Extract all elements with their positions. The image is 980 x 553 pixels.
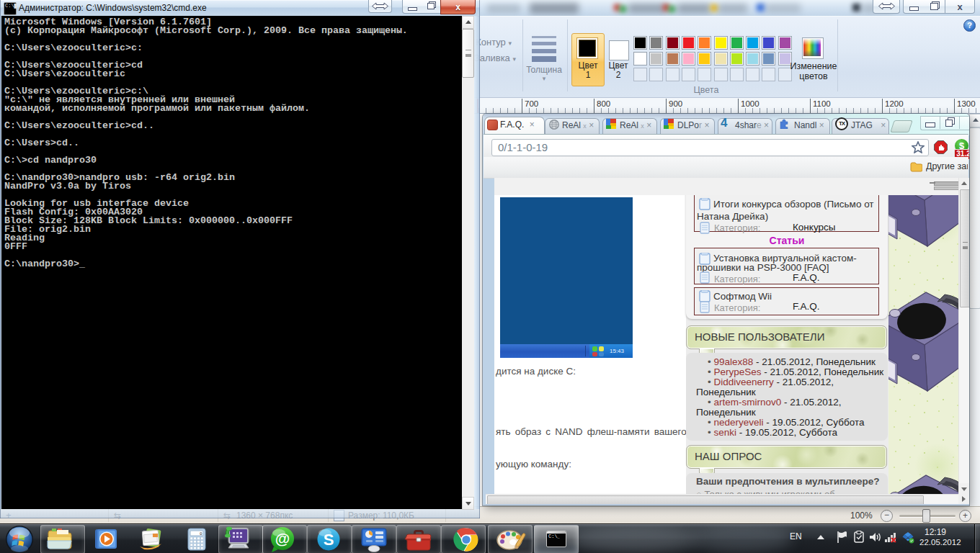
svg-text:0: 0 [200, 531, 202, 536]
